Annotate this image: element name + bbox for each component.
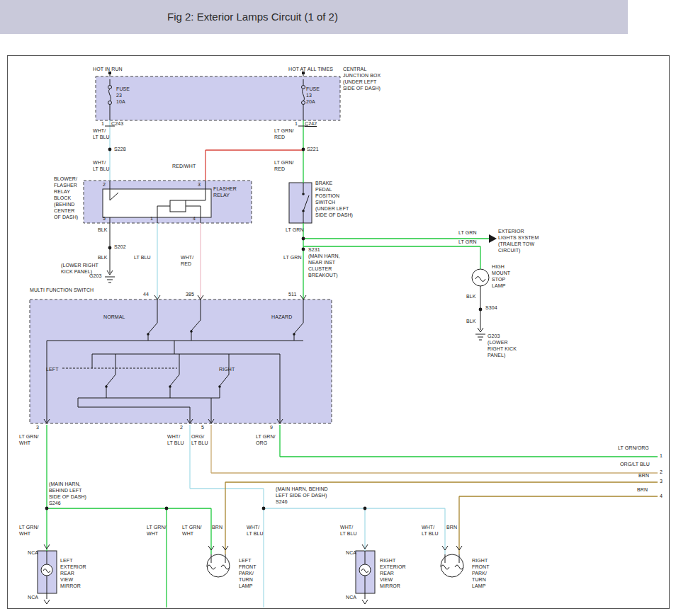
wire-label-lt-grn-red: LT GRN/ RED	[274, 127, 294, 140]
mfs-hazard-label: HAZARD	[271, 314, 292, 320]
wire-label-lt-grn-wht: LT GRN/ WHT	[19, 524, 39, 537]
wire-label-wht-red: WHT/ RED	[181, 254, 193, 267]
splice-s304	[479, 308, 483, 312]
switch-contact	[302, 210, 305, 212]
page: { "header": { "title": "Fig 2: Exterior …	[0, 0, 676, 616]
mfs-pin-2: 2	[180, 424, 183, 430]
wiring-diagram	[0, 0, 676, 616]
fuse-terminal	[302, 101, 305, 105]
wire-label-lt-grn: LT GRN	[458, 229, 477, 236]
wire-label-lt-grn: LT GRN	[283, 254, 302, 261]
wire-label-wht-lt-blu: WHT/ LT BLU	[93, 159, 110, 172]
fuse-13-label: FUSE 13 20A	[306, 86, 320, 105]
flasher-block-label: BLOWER/ FLASHER RELAY BLOCK (BEHIND CENT…	[54, 176, 78, 220]
c243-label: C243	[111, 120, 123, 127]
relay-pin-3: 3	[198, 181, 201, 188]
wire-label-wht-lt-blu: WHT/ LT BLU	[167, 433, 184, 446]
junction-dot	[364, 507, 367, 511]
wire-label-blk: BLK	[466, 318, 476, 324]
splice-s231	[302, 248, 305, 251]
splice-s202	[108, 246, 112, 250]
wire-label-lt-grn-red: LT GRN/ RED	[274, 159, 294, 172]
wire-label-brn: BRN	[446, 524, 457, 530]
fuse-terminal	[302, 86, 305, 89]
wire-label-lt-grn-wht: LT GRN/ WHT	[19, 433, 39, 446]
edge-connector-2: 2	[660, 469, 663, 475]
relay-pin-1: 1	[150, 215, 153, 222]
central-junction-box-label: CENTRAL JUNCTION BOX (UNDER LEFT SIDE OF…	[343, 66, 381, 91]
splice-s228	[108, 148, 112, 152]
switch-contact	[147, 333, 150, 336]
switch-contact	[218, 385, 221, 388]
s246-left-label: (MAIN HARN, BEHIND LEFT SIDE OF DASH) S2…	[49, 481, 86, 506]
switch-contact	[169, 385, 171, 388]
wire-label-brn: BRN	[212, 524, 222, 530]
wire-label-blk: BLK	[98, 254, 108, 261]
mfs-pin-511: 511	[288, 291, 296, 297]
edge-connector-4: 4	[660, 493, 663, 499]
wire-label-blk: BLK	[98, 227, 108, 233]
relay-pin-5: 5	[103, 215, 106, 222]
c243-pin-label: 1	[101, 120, 104, 127]
wire-label-lt-grn: LT GRN	[458, 239, 477, 245]
hot-at-all-times-label: HOT AT ALL TIMES	[288, 66, 333, 72]
nca-label: NCA	[28, 594, 38, 600]
wire-label-lt-grn: LT GRN	[286, 227, 304, 233]
c242-label: C242	[305, 120, 317, 127]
flasher-relay-label: FLASHER RELAY	[213, 186, 237, 198]
edge-wire-label-brn: BRN	[638, 472, 649, 479]
wire-label-lt-blu: LT BLU	[134, 254, 151, 261]
edge-connector-1: 1	[660, 452, 663, 459]
junction-dot	[165, 507, 169, 511]
brake-pedal-switch-box	[289, 183, 312, 223]
wire-label-org-lt-blu: ORG/ LT BLU	[191, 433, 208, 446]
switch-contact	[293, 333, 295, 336]
g203-right-label: G203 (LOWER RIGHT KICK PANEL)	[488, 333, 517, 358]
splice-s246-right	[262, 507, 266, 511]
switch-contact	[105, 385, 108, 388]
edge-wire-label-org-lt-blu: ORG/LT BLU	[620, 461, 650, 467]
high-mount-stop-lamp-label: HIGH MOUNT STOP LAMP	[492, 263, 510, 289]
edge-wire-label-brn: BRN	[637, 486, 648, 493]
mfs-pin-5: 5	[201, 424, 204, 430]
left-lamp-label: LEFT FRONT PARK/ TURN LAMP	[239, 557, 257, 589]
edge-wire-label-lt-grn-org: LT GRN/ORG	[618, 445, 649, 451]
switch-contact	[190, 330, 193, 333]
nca-label: NCA	[346, 594, 356, 600]
wire-label-wht-lt-blu: WHT/ LT BLU	[93, 127, 110, 140]
mfs-title: MULTI FUNCTION SWITCH	[30, 287, 94, 293]
wire-label-wht-lt-blu: WHT/ LT BLU	[422, 524, 439, 537]
wire-label-blk: BLK	[466, 293, 476, 300]
high-mount-stop-lamp-symbol	[472, 269, 489, 286]
wire-label-red-wht: RED/WHT	[172, 163, 196, 169]
mfs-pin-3: 3	[36, 424, 39, 430]
hot-in-run-label: HOT IN RUN	[93, 66, 123, 72]
wire-label-lt-grn-wht: LT GRN/ WHT	[182, 524, 202, 537]
mfs-pin-385: 385	[186, 291, 194, 297]
relay-pin-2: 2	[103, 181, 106, 188]
s228-label: S228	[114, 146, 126, 152]
fuse-23-label: FUSE 23 10A	[116, 86, 130, 105]
junction-dot	[302, 237, 305, 241]
s304-label: S304	[485, 304, 497, 311]
exterior-lights-system-label: EXTERIOR LIGHTS SYSTEM (TRAILER TOW CIRC…	[498, 228, 539, 253]
wire-label-lt-grn-wht: LT GRN/ WHT	[147, 524, 167, 537]
s246-right-label: (MAIN HARN, BEHIND LEFT SIDE OF DASH) S2…	[276, 486, 328, 505]
mfs-left-label: LEFT	[46, 366, 59, 372]
switch-contact	[302, 193, 305, 195]
nca-label: NCA	[28, 549, 38, 556]
mfs-normal-label: NORMAL	[103, 314, 125, 320]
s231-label: S231 (MAIN HARN, NEAR INST CLUSTER BREAK…	[308, 246, 340, 278]
s221-label: S221	[307, 146, 319, 152]
splice-s221	[302, 148, 305, 152]
nca-label: NCA	[346, 549, 356, 556]
mfs-pin-9: 9	[270, 424, 273, 430]
right-lamp-label: RIGHT FRONT PARK/ TURN LAMP	[472, 557, 490, 589]
wire-label-lt-grn-org: LT GRN/ ORG	[256, 433, 276, 446]
mfs-pin-44: 44	[143, 291, 149, 297]
c242-pin-label: 1	[295, 120, 298, 127]
edge-connector-3: 3	[660, 478, 663, 484]
fuse-terminal	[108, 101, 112, 105]
g203-left-label: G203	[89, 273, 102, 279]
splice-s246-left	[45, 507, 49, 511]
